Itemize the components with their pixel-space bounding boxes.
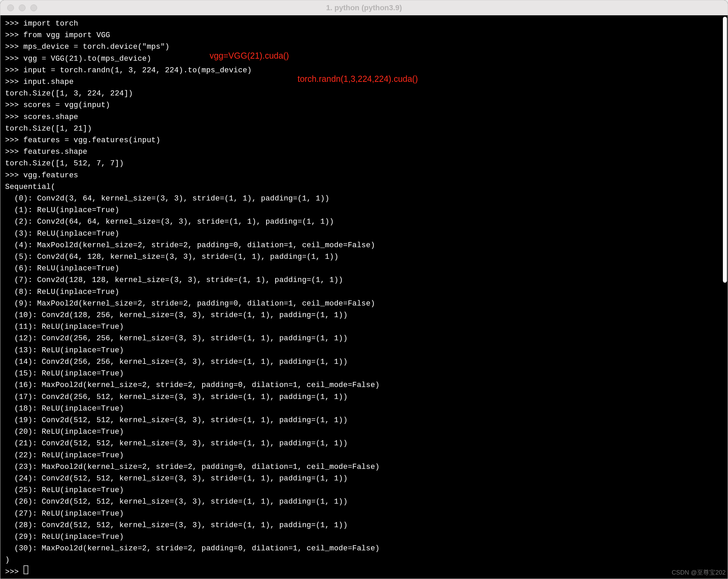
repl-output-text: (22): ReLU(inplace=True) xyxy=(5,450,124,461)
repl-output-text: (10): Conv2d(128, 256, kernel_size=(3, 3… xyxy=(5,310,348,321)
terminal-line: (28): Conv2d(512, 512, kernel_size=(3, 3… xyxy=(5,520,719,531)
repl-output-text: (17): Conv2d(256, 512, kernel_size=(3, 3… xyxy=(5,391,348,403)
terminal-line: (8): ReLU(inplace=True) xyxy=(5,286,719,298)
repl-output-text: (8): ReLU(inplace=True) xyxy=(5,286,119,298)
repl-output-text: (21): Conv2d(512, 512, kernel_size=(3, 3… xyxy=(5,438,348,449)
repl-output-text: (2): Conv2d(64, 64, kernel_size=(3, 3), … xyxy=(5,216,334,228)
repl-output-text: (19): Conv2d(512, 512, kernel_size=(3, 3… xyxy=(5,415,348,426)
repl-output-text: (15): ReLU(inplace=True) xyxy=(5,368,124,380)
terminal-line: (22): ReLU(inplace=True) xyxy=(5,450,719,461)
terminal-line: torch.Size([1, 512, 7, 7]) xyxy=(5,158,719,169)
repl-output-text: (25): ReLU(inplace=True) xyxy=(5,485,124,496)
terminal-line: >>> import torch xyxy=(5,18,719,30)
terminal-line: (12): Conv2d(256, 256, kernel_size=(3, 3… xyxy=(5,333,719,344)
terminal-line: >>> vgg.features xyxy=(5,170,719,181)
terminal-line: (16): MaxPool2d(kernel_size=2, stride=2,… xyxy=(5,380,719,391)
terminal-line: (24): Conv2d(512, 512, kernel_size=(3, 3… xyxy=(5,473,719,485)
repl-input-text: features = vgg.features(input) xyxy=(24,135,161,146)
terminal-line: ) xyxy=(5,554,719,566)
terminal-line: >>> mps_device = torch.device("mps") xyxy=(5,41,719,53)
repl-prompt: >>> xyxy=(5,112,24,123)
terminal-line: (3): ReLU(inplace=True) xyxy=(5,228,719,240)
repl-output-text: (13): ReLU(inplace=True) xyxy=(5,345,124,356)
terminal-line: Sequential( xyxy=(5,181,719,193)
repl-prompt: >>> xyxy=(5,170,24,181)
terminal-line: torch.Size([1, 21]) xyxy=(5,123,719,135)
repl-input-text: features.shape xyxy=(24,146,88,158)
titlebar[interactable]: 1. python (python3.9) xyxy=(0,0,728,15)
repl-input-text: vgg = VGG(21).to(mps_device) xyxy=(24,53,151,65)
repl-input-text: scores = vgg(input) xyxy=(24,100,110,111)
terminal-line: >>> vgg = VGG(21).to(mps_device) xyxy=(5,53,719,65)
repl-prompt: >>> xyxy=(5,18,24,30)
repl-output-text: torch.Size([1, 3, 224, 224]) xyxy=(5,88,133,100)
terminal-line: (13): ReLU(inplace=True) xyxy=(5,345,719,356)
repl-prompt: >>> xyxy=(5,135,24,146)
repl-output-text: (0): Conv2d(3, 64, kernel_size=(3, 3), s… xyxy=(5,193,330,205)
terminal-line: (21): Conv2d(512, 512, kernel_size=(3, 3… xyxy=(5,438,719,449)
terminal-line: >>> features = vgg.features(input) xyxy=(5,135,719,146)
repl-output-text: (12): Conv2d(256, 256, kernel_size=(3, 3… xyxy=(5,333,348,344)
terminal-line: (19): Conv2d(512, 512, kernel_size=(3, 3… xyxy=(5,415,719,426)
repl-input-text: vgg.features xyxy=(24,170,78,181)
close-icon[interactable] xyxy=(7,4,14,11)
repl-output-text: (9): MaxPool2d(kernel_size=2, stride=2, … xyxy=(5,298,375,310)
repl-output-text: (16): MaxPool2d(kernel_size=2, stride=2,… xyxy=(5,380,380,391)
terminal-line: (15): ReLU(inplace=True) xyxy=(5,368,719,380)
terminal-line: (26): Conv2d(512, 512, kernel_size=(3, 3… xyxy=(5,496,719,508)
terminal-line: (27): ReLU(inplace=True) xyxy=(5,508,719,520)
terminal-line: (11): ReLU(inplace=True) xyxy=(5,321,719,333)
repl-output-text: (23): MaxPool2d(kernel_size=2, stride=2,… xyxy=(5,461,380,473)
terminal-line: (9): MaxPool2d(kernel_size=2, stride=2, … xyxy=(5,298,719,310)
terminal-line: >>> features.shape xyxy=(5,146,719,158)
repl-output-text: (3): ReLU(inplace=True) xyxy=(5,228,119,240)
terminal-line: (10): Conv2d(128, 256, kernel_size=(3, 3… xyxy=(5,310,719,321)
repl-output-text: (20): ReLU(inplace=True) xyxy=(5,426,124,438)
repl-output-text: (26): Conv2d(512, 512, kernel_size=(3, 3… xyxy=(5,496,348,508)
terminal-line: (29): ReLU(inplace=True) xyxy=(5,531,719,543)
terminal-line: (2): Conv2d(64, 64, kernel_size=(3, 3), … xyxy=(5,216,719,228)
terminal-line: (4): MaxPool2d(kernel_size=2, stride=2, … xyxy=(5,240,719,251)
zoom-icon[interactable] xyxy=(30,4,37,11)
terminal-line: torch.Size([1, 3, 224, 224]) xyxy=(5,88,719,100)
repl-input-text: from vgg import VGG xyxy=(24,30,110,41)
repl-output-text: (24): Conv2d(512, 512, kernel_size=(3, 3… xyxy=(5,473,348,485)
repl-prompt: >>> xyxy=(5,41,24,53)
terminal-line: >>> from vgg import VGG xyxy=(5,30,719,41)
watermark: CSDN @至尊宝202 xyxy=(672,568,726,577)
repl-output-text: ) xyxy=(5,554,10,566)
repl-prompt: >>> xyxy=(5,53,24,65)
terminal-body[interactable]: >>> import torch>>> from vgg import VGG>… xyxy=(0,15,728,579)
terminal-line: (14): Conv2d(256, 256, kernel_size=(3, 3… xyxy=(5,356,719,368)
repl-output-text: torch.Size([1, 512, 7, 7]) xyxy=(5,158,124,169)
traffic-lights xyxy=(0,4,37,11)
repl-output-text: (14): Conv2d(256, 256, kernel_size=(3, 3… xyxy=(5,356,348,368)
repl-prompt: >>> xyxy=(5,76,24,88)
terminal-line: (23): MaxPool2d(kernel_size=2, stride=2,… xyxy=(5,461,719,473)
scrollbar-thumb[interactable] xyxy=(723,17,727,283)
minimize-icon[interactable] xyxy=(19,4,26,11)
window-title: 1. python (python3.9) xyxy=(0,3,728,12)
terminal-window: 1. python (python3.9) >>> import torch>>… xyxy=(0,0,728,579)
repl-output-text: (1): ReLU(inplace=True) xyxy=(5,205,119,216)
terminal-line: (25): ReLU(inplace=True) xyxy=(5,485,719,496)
repl-input-text: scores.shape xyxy=(24,112,78,123)
terminal-line-current[interactable]: >>> xyxy=(5,566,719,578)
repl-output-text: (11): ReLU(inplace=True) xyxy=(5,321,124,333)
terminal-line: >>> scores = vgg(input) xyxy=(5,100,719,111)
terminal-line: (0): Conv2d(3, 64, kernel_size=(3, 3), s… xyxy=(5,193,719,205)
terminal-content[interactable]: >>> import torch>>> from vgg import VGG>… xyxy=(5,18,719,578)
repl-input-text: import torch xyxy=(24,18,78,30)
repl-input-text: input.shape xyxy=(24,76,74,88)
repl-output-text: torch.Size([1, 21]) xyxy=(5,123,92,135)
terminal-line: (30): MaxPool2d(kernel_size=2, stride=2,… xyxy=(5,543,719,554)
terminal-line: (5): Conv2d(64, 128, kernel_size=(3, 3),… xyxy=(5,251,719,263)
terminal-line: (20): ReLU(inplace=True) xyxy=(5,426,719,438)
repl-output-text: (4): MaxPool2d(kernel_size=2, stride=2, … xyxy=(5,240,375,251)
repl-output-text: (27): ReLU(inplace=True) xyxy=(5,508,124,520)
repl-prompt: >>> xyxy=(5,566,24,578)
terminal-line: (18): ReLU(inplace=True) xyxy=(5,403,719,415)
terminal-line: >>> input = torch.randn(1, 3, 224, 224).… xyxy=(5,65,719,76)
cursor-icon xyxy=(24,565,28,574)
terminal-line: >>> input.shape xyxy=(5,76,719,88)
